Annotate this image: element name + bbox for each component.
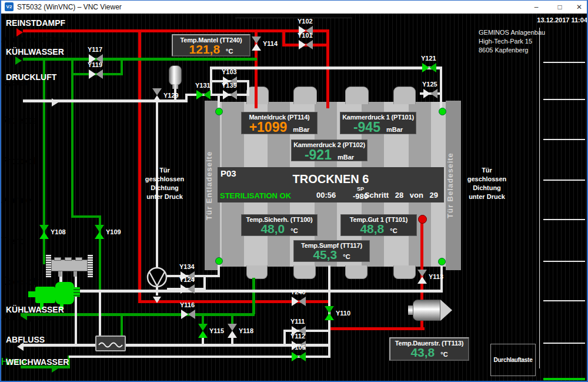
menu-item-protokoll[interactable]: Protokoll — [1, 156, 38, 167]
valve-body — [39, 232, 49, 239]
menu-separator — [543, 219, 585, 220]
valve-label-Y124: Y124 — [179, 276, 195, 283]
instrument-unit: mBar — [338, 154, 354, 161]
air-filter-icon — [169, 65, 182, 85]
home-active-bar — [543, 378, 585, 380]
close-button[interactable]: ✕ — [569, 1, 588, 14]
company-address: GEMINOS Anlagenbau High-Tech-Park 15 860… — [479, 28, 545, 55]
chamber-port-bottom — [246, 265, 268, 279]
menu-divider-vertical — [539, 28, 540, 368]
valve-label-Y111: Y111 — [290, 318, 305, 325]
valve-body — [188, 310, 195, 319]
valve-label-Y101: Y101 — [298, 32, 313, 39]
valve-Y116 — [181, 310, 195, 319]
menu-item-trend[interactable]: Trend — [1, 236, 25, 247]
valve-label-Y110: Y110 — [336, 310, 350, 317]
pipe — [156, 287, 158, 295]
valve-Y108 — [39, 225, 49, 239]
pipe — [210, 67, 442, 69]
valve-body — [196, 90, 203, 99]
valve-body — [306, 40, 313, 49]
instrument-unit: mBar — [386, 126, 403, 133]
valve-label-Y125: Y125 — [422, 81, 437, 88]
valve-body — [430, 89, 437, 98]
valve-label-Y114: Y114 — [263, 40, 278, 47]
instrument-temp-sumpf: Temp.Sumpf (TT117) 45,3°C — [293, 240, 370, 262]
instrument-unit: °C — [226, 48, 233, 55]
valve-body — [228, 331, 237, 338]
pipe — [71, 59, 74, 217]
door-seal-indicator — [439, 108, 446, 115]
pipe — [283, 330, 286, 346]
valve-label-Y112: Y112 — [290, 333, 305, 340]
valve-Y113 — [417, 270, 427, 284]
instrument-unit: °C — [343, 253, 350, 260]
valve-Y109 — [95, 225, 104, 239]
valve-Y115 — [198, 324, 208, 338]
status-band: P03 TROCKNEN 6 STERILISATION OK 00:56 SP… — [218, 167, 444, 202]
valve-label-Y105: Y105 — [290, 344, 306, 351]
valve-body — [39, 225, 49, 232]
instrument-unit: mBar — [293, 126, 309, 133]
valve-body — [429, 63, 436, 72]
durchlauftaste-button[interactable]: Durchlauftaste — [490, 344, 536, 376]
flow-arrow-icon — [16, 28, 23, 36]
valve-label-Y240: Y240 — [290, 288, 306, 295]
chamber-port-top — [246, 87, 269, 104]
door-seal-indicator — [215, 108, 223, 115]
flow-arrow-icon — [153, 297, 161, 303]
valve-Y129 — [152, 88, 162, 102]
pipe — [71, 215, 101, 218]
label-kuehlwasser-bottom: KÜHLWASSER — [6, 305, 64, 314]
valve-body — [96, 69, 103, 79]
heat-exchanger-rib — [65, 257, 72, 261]
heat-exchanger-nozzle — [58, 271, 62, 277]
pump-shaft — [28, 291, 35, 297]
valve-body — [198, 324, 208, 331]
valve-body — [181, 310, 188, 319]
instrument-value: 45,3 — [313, 248, 337, 262]
valve-body — [203, 90, 211, 99]
step-counter: Schritt 28 von 29 — [365, 191, 438, 200]
steam-trap-cone — [440, 300, 452, 321]
window-title: ST5032 (WinVNC) – VNC Viewer — [17, 3, 122, 11]
step-time: 00:56 — [316, 191, 336, 200]
flow-arrow-icon — [52, 98, 58, 107]
pipe — [252, 278, 255, 314]
menu-item-alarme[interactable]: Alarme — [1, 195, 31, 205]
valve-label-Y131: Y131 — [195, 82, 211, 89]
status-message: STERILISATION OK — [220, 191, 291, 200]
heat-exchanger-body — [51, 260, 88, 271]
pipe — [75, 271, 77, 346]
valve-label-Y121: Y121 — [421, 55, 436, 62]
vnc-toolbar-tab[interactable] — [235, 14, 352, 18]
valve-body — [89, 69, 96, 79]
pipe — [99, 292, 101, 339]
valve-body — [299, 352, 306, 361]
pump-motor — [35, 287, 55, 303]
pipe — [76, 290, 443, 293]
valve-label-Y118: Y118 — [239, 327, 253, 334]
menu-item-alarme-quittieren[interactable]: Alarme quittieren — [1, 34, 72, 45]
menu-item-übersicht[interactable]: Übersicht — [1, 277, 41, 287]
menu-item-rezepte[interactable]: Rezepte — [1, 115, 36, 126]
instrument-temp-gut: Temp.Gut 1 (TT101) 48,8°C — [340, 214, 417, 236]
menu-separator — [543, 139, 585, 140]
pipe — [283, 330, 330, 332]
minimize-button[interactable]: – — [526, 1, 546, 14]
pump-casing — [55, 282, 74, 304]
valve-body — [325, 306, 334, 313]
valve-Y124 — [181, 284, 195, 294]
valve-body — [230, 90, 237, 99]
vnc-icon: V2 — [5, 2, 14, 11]
instrument-value: -921 — [305, 147, 332, 163]
valve-label-Y135: Y135 — [222, 82, 237, 89]
menu-separator — [543, 180, 585, 181]
maximize-button[interactable]: □ — [550, 1, 570, 14]
chamber-port-top — [345, 87, 369, 104]
pipe — [203, 275, 206, 290]
valve-body — [181, 284, 188, 294]
hmi-screen: REINSTDAMPF KÜHLWASSER DRUCKLUFT KÜHLWAS… — [1, 14, 587, 381]
door-seal-indicator — [215, 257, 223, 265]
pipe — [121, 59, 123, 75]
